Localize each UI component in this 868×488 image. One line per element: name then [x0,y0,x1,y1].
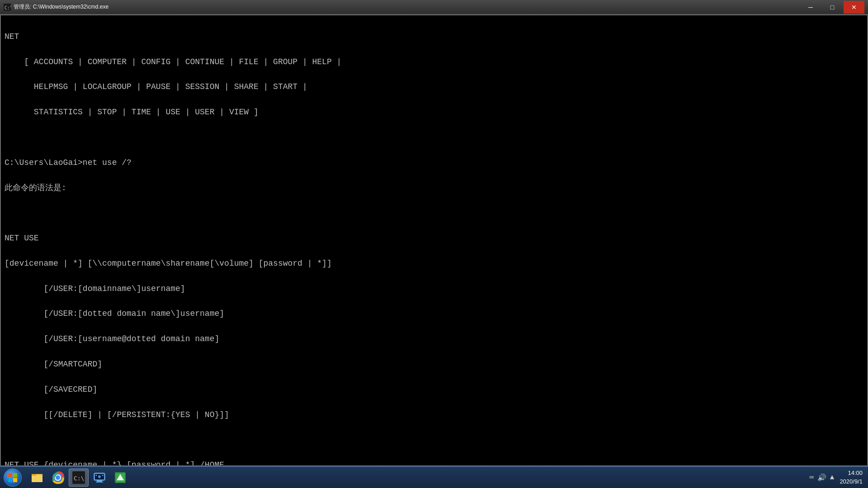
clock-date: 2020/9/1 [840,478,863,486]
user-at: [/USER:[username@dotted domain name] [5,334,219,343]
svg-text:C:\: C:\ [74,475,84,482]
taskbar: C:\ [0,466,868,488]
svg-rect-3 [13,473,17,477]
delete-persistent: [[/DELETE] | [/PERSISTENT:{YES | NO}]] [5,410,229,419]
svg-point-11 [56,475,60,480]
title-bar-left: C:\ 管理员: C:\Windows\system32\cmd.exe [4,3,108,11]
chrome-icon [52,471,64,484]
expand-icon: ▲ [830,474,835,482]
svg-rect-17 [96,482,103,483]
command-input: C:\Users\LaoGai>net use /? [5,158,132,167]
svg-point-20 [96,474,97,476]
user-dotted: [/USER:[dotted domain name\]username] [5,309,224,318]
terminal-window[interactable]: NET [ ACCOUNTS | COMPUTER | CONFIG | CON… [0,14,868,466]
taskbar-chrome[interactable] [48,469,68,487]
net-use-syntax: [devicename | *] [\\computername\sharena… [5,259,332,268]
title-text: 管理员: C:\Windows\system32\cmd.exe [14,3,108,11]
net-use-home: NET USE {devicename | *} [password | *] … [5,460,224,466]
keyboard-icon: ⌨ [809,473,814,482]
title-bar: C:\ 管理员: C:\Windows\system32\cmd.exe ─ □… [0,0,868,14]
close-button[interactable]: ✕ [844,1,864,14]
taskbar-items: C:\ [25,467,804,488]
clock[interactable]: 14:00 2020/9/1 [840,469,863,485]
statistics-line: STATISTICS | STOP | TIME | USE | USER | … [5,108,259,117]
terminal-content: NET [ ACCOUNTS | COMPUTER | CONFIG | CON… [5,18,863,466]
network-icon [93,471,106,484]
svg-rect-2 [8,473,12,477]
cmd-icon: C:\ [4,4,11,11]
svg-rect-7 [32,475,42,482]
explorer-icon [31,471,43,484]
taskbar-greenapp[interactable] [110,469,130,487]
greenapp-icon [114,471,127,484]
clock-time: 14:00 [840,469,863,477]
volume-icon[interactable]: 🔊 [817,473,826,482]
svg-rect-8 [32,474,36,476]
accounts-line: [ ACCOUNTS | COMPUTER | CONFIG | CONTINU… [5,57,341,66]
savecred: [/SAVECRED] [5,385,97,394]
cmd-taskbar-icon: C:\ [72,471,85,484]
helpmsg-line: HELPMSG | LOCALGROUP | PAUSE | SESSION |… [5,82,307,91]
start-orb [4,469,22,487]
taskbar-cmd[interactable]: C:\ [69,469,89,487]
system-tray: ⌨ 🔊 ▲ [809,473,834,482]
net-use-label: NET USE [5,234,39,243]
taskbar-explorer[interactable] [27,469,47,487]
taskbar-right: ⌨ 🔊 ▲ 14:00 2020/9/1 [804,467,868,488]
maximize-button[interactable]: □ [822,1,843,14]
smartcard: [/SMARTCARD] [5,360,102,369]
taskbar-network[interactable] [90,469,109,487]
start-button[interactable] [0,467,25,488]
minimize-button[interactable]: ─ [800,1,821,14]
user-domain: [/USER:[domainname\]username] [5,284,185,293]
svg-point-21 [102,474,104,476]
syntax-label: 此命令的语法是: [5,183,66,192]
svg-text:C:\: C:\ [5,5,11,10]
svg-rect-4 [8,478,12,482]
net-line: NET [5,32,19,41]
svg-point-19 [98,475,101,478]
window-controls: ─ □ ✕ [800,1,864,14]
svg-rect-5 [13,478,17,482]
